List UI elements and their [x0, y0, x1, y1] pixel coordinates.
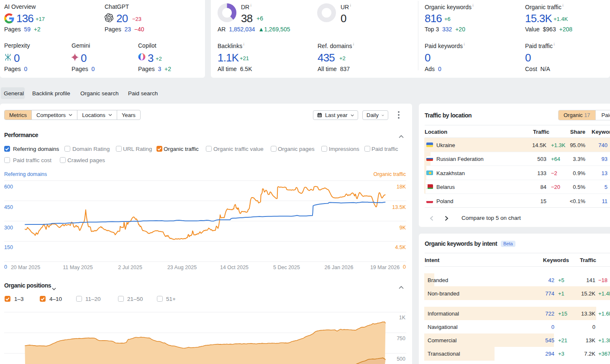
- svg-text:26 Jan 2026: 26 Jan 2026: [325, 265, 354, 270]
- svg-text:18K: 18K: [397, 184, 406, 190]
- svg-text:19 Mar 2026: 19 Mar 2026: [370, 265, 400, 270]
- svg-text:13.5K: 13.5K: [392, 204, 406, 210]
- svg-text:5 Dec 2025: 5 Dec 2025: [273, 265, 300, 270]
- svg-text:1K: 1K: [399, 315, 406, 321]
- svg-text:Organic traffic: Organic traffic: [373, 171, 406, 177]
- svg-text:23 Aug 2025: 23 Aug 2025: [167, 265, 197, 270]
- svg-text:500: 500: [397, 356, 405, 362]
- svg-text:11 May 2025: 11 May 2025: [63, 265, 92, 270]
- svg-text:0: 0: [4, 264, 7, 270]
- svg-text:14 Oct 2025: 14 Oct 2025: [220, 265, 249, 270]
- svg-text:450: 450: [4, 204, 13, 210]
- svg-text:2 Jul 2025: 2 Jul 2025: [118, 265, 142, 270]
- svg-text:150: 150: [4, 244, 13, 250]
- svg-text:Referring domains: Referring domains: [4, 171, 47, 177]
- svg-text:20 Mar 2025: 20 Mar 2025: [11, 265, 40, 270]
- svg-text:9K: 9K: [400, 225, 406, 231]
- svg-text:0: 0: [403, 264, 406, 270]
- svg-text:300: 300: [4, 225, 13, 231]
- svg-text:600: 600: [4, 184, 13, 190]
- svg-text:750: 750: [397, 336, 405, 341]
- svg-text:4.5K: 4.5K: [395, 244, 406, 250]
